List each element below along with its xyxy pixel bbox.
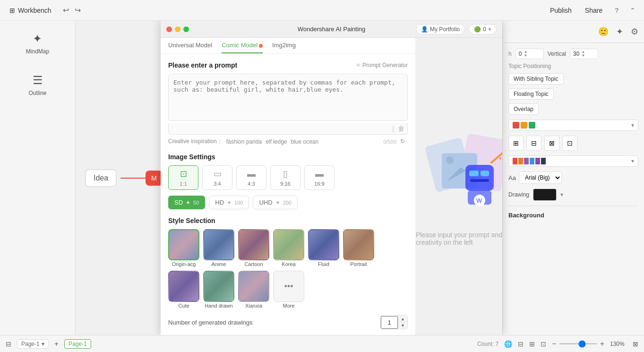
portfolio-button[interactable]: 👤 My Portfolio (416, 24, 465, 34)
collapse-button[interactable]: ⌃ (627, 5, 638, 16)
layout-btn-2[interactable]: ⊟ (526, 136, 541, 151)
style-anime[interactable]: Anime (203, 229, 234, 267)
aspect-4-3[interactable]: ▬ 4:3 (236, 165, 266, 190)
drawing-color-box[interactable] (533, 189, 557, 201)
star-icon[interactable]: ✦ (614, 25, 625, 39)
tab-universal-model[interactable]: Universal Model (168, 42, 212, 53)
emoji-icon[interactable]: 🙂 (596, 25, 610, 39)
sidebar-item-outline[interactable]: ☰ Outline (25, 70, 50, 100)
style-cute[interactable]: Cute (168, 271, 199, 309)
svg-text:W: W (476, 197, 482, 204)
add-page-button[interactable]: + (54, 340, 59, 348)
maximize-window-button[interactable] (183, 26, 189, 32)
quality-hd[interactable]: HD ✦ 100 (209, 196, 249, 209)
floating-topic-btn[interactable]: Floating Topic (508, 88, 554, 100)
creative-tag-0[interactable]: fashion panda (226, 138, 262, 145)
canvas-placeholder-text: Please input your prompt and creativity … (416, 231, 502, 246)
globe-icon[interactable]: 🌐 (504, 340, 512, 348)
help-button[interactable]: ? (612, 5, 621, 16)
page-1-chip[interactable]: Page-1 ▾ (17, 339, 49, 349)
fit-all-button[interactable]: ⊠ (633, 340, 638, 348)
quality-sd[interactable]: SD ✦ 50 (168, 196, 205, 209)
workbench-button[interactable]: ⊞ Workbench (6, 5, 55, 16)
creative-tag-1[interactable]: elf ledge (266, 138, 287, 145)
v-down-arrow[interactable]: ▼ (581, 54, 585, 58)
prompt-input[interactable] (168, 74, 408, 121)
svg-rect-7 (481, 171, 489, 176)
color-orange[interactable] (521, 122, 527, 129)
zoom-out-button[interactable]: − (552, 340, 556, 348)
strip-red[interactable] (513, 158, 517, 164)
layout-btn-1[interactable]: ⊞ (508, 136, 524, 151)
zoom-level: 130% (610, 341, 627, 347)
right-panel: 🙂 ✦ ⚙ h 0 ▲ ▼ Vertical (502, 21, 644, 335)
style-fluid[interactable]: Fluid (308, 229, 339, 267)
close-window-button[interactable] (166, 26, 172, 32)
font-select[interactable]: Arial (Big) (519, 172, 562, 184)
share-button[interactable]: Share (581, 5, 606, 16)
clear-prompt-icon[interactable]: 🗑 (398, 125, 404, 132)
style-cartoon[interactable]: Cartoon (238, 229, 269, 267)
undo-button[interactable]: ↩ (61, 5, 71, 16)
minimize-window-button[interactable] (175, 26, 180, 32)
aspect-1-1[interactable]: ⊡ 1:1 (168, 165, 198, 190)
settings-icon[interactable]: ⚙ (629, 25, 640, 39)
style-korea[interactable]: Korea (273, 229, 304, 267)
refresh-tags-icon[interactable]: ↻ (400, 138, 408, 146)
theme-dropdown-arrow[interactable]: ▾ (631, 122, 634, 129)
quality-uhd[interactable]: UHD ✦ 200 (253, 196, 298, 209)
style-origin-acg[interactable]: Origin-acg (168, 229, 199, 267)
layout-btn-4[interactable]: ⊡ (562, 136, 577, 151)
undo-redo-controls: ↩ ↪ (61, 5, 83, 16)
prompt-generator-button[interactable]: ✧ Prompt Generator (356, 62, 408, 69)
overlap-btn[interactable]: Overlap (508, 103, 539, 115)
strip-orange[interactable] (518, 158, 523, 164)
drawings-row: Number of generated drawings ▲ ▼ (168, 315, 408, 329)
credits-button[interactable]: 🟢 0 + (469, 24, 497, 34)
tab-img2img[interactable]: Img2img (272, 42, 296, 53)
fit-screen-icon[interactable]: ⊡ (541, 340, 546, 348)
svg-text:✦: ✦ (498, 156, 502, 161)
more-dots-icon: ••• (284, 282, 293, 292)
drawing-dropdown[interactable]: ▾ (560, 191, 563, 198)
strip-violet[interactable] (535, 158, 540, 164)
zoom-slider[interactable] (559, 343, 597, 344)
portfolio-icon: 👤 (421, 26, 428, 33)
aspect-3-4[interactable]: ▭ 3:4 (202, 165, 232, 190)
active-page-chip[interactable]: Page-1 (64, 339, 91, 349)
aspect-9-16[interactable]: ▯ 9:16 (270, 165, 301, 190)
sidebar-item-mindmap[interactable]: ✦ MindMap (22, 28, 53, 59)
style-more-button[interactable]: ••• More (273, 271, 304, 309)
color-red[interactable] (513, 122, 519, 129)
split-view-icon[interactable]: ⊟ (518, 340, 524, 348)
publish-button[interactable]: Publish (546, 5, 575, 16)
font-icon: Aa (508, 174, 516, 181)
horizontal-input[interactable]: 0 ▲ ▼ (515, 49, 544, 59)
ws-titlebar: Wondershare AI Painting 👤 My Portfolio 🟢… (161, 21, 502, 38)
style-xianxia[interactable]: Xianxia (238, 271, 269, 309)
fullscreen-icon[interactable]: ⊞ (529, 340, 535, 348)
creative-tag-2[interactable]: blue ocean (291, 138, 319, 145)
drawings-label: Number of generated drawings (168, 319, 253, 326)
style-hand-drawn[interactable]: Hand drawn (203, 271, 234, 309)
layout-btn-3[interactable]: ⊠ (544, 136, 559, 151)
style-portrait[interactable]: Portrait (343, 229, 374, 267)
redo-button[interactable]: ↪ (73, 5, 83, 16)
sidebar-toggle-button[interactable]: ⊟ (6, 340, 11, 348)
strip-blue[interactable] (530, 158, 534, 164)
vertical-input[interactable]: 30 ▲ ▼ (570, 49, 598, 59)
strip-purple[interactable] (524, 158, 529, 164)
tab-comic-model[interactable]: Comic Model (222, 42, 263, 53)
color-strip-dropdown[interactable]: ▾ (631, 158, 634, 164)
svg-rect-6 (469, 171, 479, 176)
with-sibling-topic-btn[interactable]: With Sibling Topic (508, 73, 564, 85)
drawings-increment[interactable]: ▲ (398, 316, 407, 322)
generator-icon: ✧ (356, 62, 361, 69)
zoom-in-button[interactable]: + (600, 340, 604, 348)
h-down-arrow[interactable]: ▼ (524, 54, 527, 58)
color-green[interactable] (529, 122, 535, 129)
drawings-value-input[interactable] (381, 316, 398, 329)
strip-dark[interactable] (541, 158, 546, 164)
drawings-decrement[interactable]: ▼ (398, 322, 407, 329)
aspect-16-9[interactable]: ▬ 16:9 (304, 165, 335, 190)
